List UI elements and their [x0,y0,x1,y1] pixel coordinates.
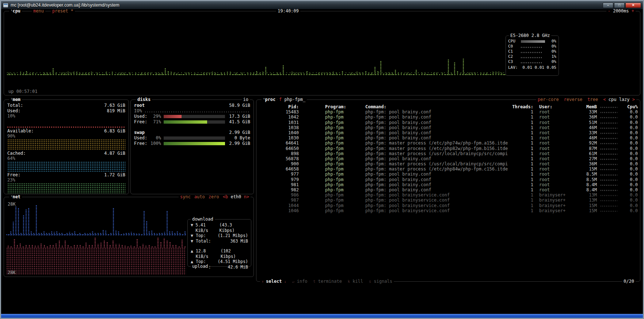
interval-decrease-button[interactable]: - [608,9,610,14]
process-threads: 1 [508,115,533,120]
process-user: root [533,125,576,130]
process-row[interactable]: 56878 php-fpm php-fpm: pool brainy.conf … [256,156,640,161]
process-mem: 15M [576,166,597,172]
process-row[interactable]: 979 php-fpm php-fpm: pool brainy.conf 1 … [256,177,640,182]
signals-action[interactable]: s signals [369,279,392,284]
process-mem: 92M [576,140,597,146]
tree-toggle[interactable]: tree [587,97,598,102]
cpu-history-graph [7,54,508,75]
process-threads: 1 [508,187,533,192]
process-command: php-fpm: pool brainy.conf [365,177,508,182]
process-threads: 1 [508,192,533,198]
process-row[interactable]: 987 php-fpm php-fpm: pool brainyservice.… [256,198,640,203]
sort-prev-button[interactable]: < [603,97,606,102]
interval-increase-button[interactable]: + [632,9,634,14]
net-iface-next-button[interactable]: n> [244,194,249,199]
process-row[interactable]: 986 php-fpm php-fpm: pool brainyservice.… [256,192,640,198]
process-program: php-fpm [325,198,362,203]
select-action[interactable]: select [266,279,282,284]
process-row[interactable]: 1030 php-fpm php-fpm: pool brainy.conf 1… [256,135,640,140]
process-pid: 64650 [259,146,299,151]
process-command: php-fpm: pool brainyservice.conf [365,198,508,203]
download-top-row: ▼Top:(1.21 Mibps) [191,233,248,239]
process-row[interactable]: 898 php-fpm php-fpm: master process (/us… [256,151,640,156]
net-scale-bottom: 28K [8,270,16,275]
process-row[interactable]: 1042 php-fpm php-fpm: pool brainy.conf 1… [256,115,640,120]
process-user: root [533,177,576,182]
disk-used-label: Used: [134,114,149,119]
column-pid[interactable]: Pid: [259,104,299,109]
process-command: php-fpm: pool brainyservice.conf [365,192,508,198]
process-row[interactable]: 15483 php-fpm php-fpm: pool brainy.conf … [256,109,640,115]
proc-box-options: per-core reverse tree < cpu lazy > [536,97,636,102]
sort-value[interactable]: cpu lazy [609,97,630,102]
process-pid: 1042 [259,115,299,120]
preset-button-wrap: preset * [51,9,75,14]
net-sync-button[interactable]: sync [180,194,191,200]
process-row[interactable]: 1038 php-fpm php-fpm: pool brainy.conf 1… [256,125,640,130]
column-program[interactable]: Program: [325,104,362,109]
download-top-value: (1.21 Mibps) [218,233,248,239]
reverse-toggle[interactable]: reverse [564,97,583,102]
sort-next-button[interactable]: > [632,97,635,102]
upload-top-value: (4.51 Mibps) [218,259,248,264]
process-row[interactable]: 1046 php-fpm php-fpm: pool brainyservice… [256,208,640,213]
process-row[interactable]: 977 php-fpm php-fpm: pool brainy.conf 1 … [256,172,640,177]
disks-box-label: disks [137,97,150,102]
download-speed-row: ▼5.41 KiB/s(43.3 Kibps) [191,222,248,233]
info-action[interactable]: ↵ info [292,279,307,284]
process-command: php-fpm: pool brainy.conf [365,172,508,177]
process-row[interactable]: 981 php-fpm php-fpm: pool brainy.conf 1 … [256,182,640,187]
process-row[interactable]: 1031 php-fpm php-fpm: pool brainy.conf 1… [256,120,640,125]
column-user[interactable]: User: [533,104,576,109]
proc-filter[interactable]: f php-fpm_ [278,97,307,102]
process-program: php-fpm [325,146,362,151]
process-pid: 64641 [259,140,299,146]
column-memb[interactable]: MemB [576,104,597,109]
process-row[interactable]: 982 php-fpm php-fpm: pool brainy.conf 1 … [256,187,640,192]
process-row[interactable]: 1044 php-fpm php-fpm: pool brainyservice… [256,203,640,208]
cpu-total-label: CPU [508,39,519,44]
process-pid: 979 [259,177,299,182]
process-row[interactable]: 64650 php-fpm php-fpm: master process (/… [256,146,640,151]
column-threads[interactable]: Threads: [508,104,533,109]
terminate-action[interactable]: t terminate [313,279,342,284]
process-mem: 33M [576,130,597,135]
net-iface-prev-button[interactable]: <b [223,194,228,199]
per-core-toggle[interactable]: per-core [538,97,559,102]
process-row[interactable]: 64658 php-fpm php-fpm: master process (/… [256,166,640,172]
process-cpu-graph [600,172,620,177]
process-program: php-fpm [325,192,362,198]
process-program: php-fpm [325,115,362,120]
filter-input[interactable]: php-fpm_ [284,97,305,102]
title-bar[interactable]: mc [root@ub24.itdeveloper.com.ua]:/lib/s… [1,1,643,9]
preset-button[interactable]: preset * [52,9,73,14]
maximize-button[interactable]: □ [614,3,625,8]
process-mem: 13M [576,198,597,203]
process-mem: 8.5M [576,177,597,182]
mem-available-row: Available:6.83 GiB [4,128,129,134]
column-cpu[interactable]: Cpu% [620,104,638,109]
close-button[interactable]: ✕ [625,3,641,8]
kill-key: k [348,279,350,284]
process-cpu: 0.0 [620,109,638,115]
kill-action[interactable]: k kill [348,279,363,284]
process-command: php-fpm: master process (/usr/local/brai… [365,151,508,156]
net-zero-button[interactable]: zero [209,194,219,200]
core-value: 0% [547,49,556,54]
menu-button[interactable]: menu [33,9,44,14]
mem-cached-label: Cached: [7,151,26,156]
up-arrow-icon: ▲ [191,248,196,259]
net-auto-button[interactable]: auto [194,194,205,200]
process-row[interactable]: 1040 php-fpm php-fpm: pool brainy.conf 1… [256,130,640,135]
process-row[interactable]: 64641 php-fpm php-fpm: master process (/… [256,140,640,146]
process-mem: 8.4M [576,187,597,192]
core-row: C10% [508,49,556,54]
disks-io-toggle[interactable]: io [242,97,250,102]
window-title: mc [root@ub24.itdeveloper.com.ua]:/lib/s… [11,3,601,8]
column-command[interactable]: Command: [365,104,508,109]
process-row[interactable]: 900 php-fpm php-fpm: master process (/us… [256,161,640,166]
info-label: info [297,279,308,284]
minimize-button[interactable]: – [603,3,613,8]
down-arrow-icon: ▼ [191,222,195,233]
